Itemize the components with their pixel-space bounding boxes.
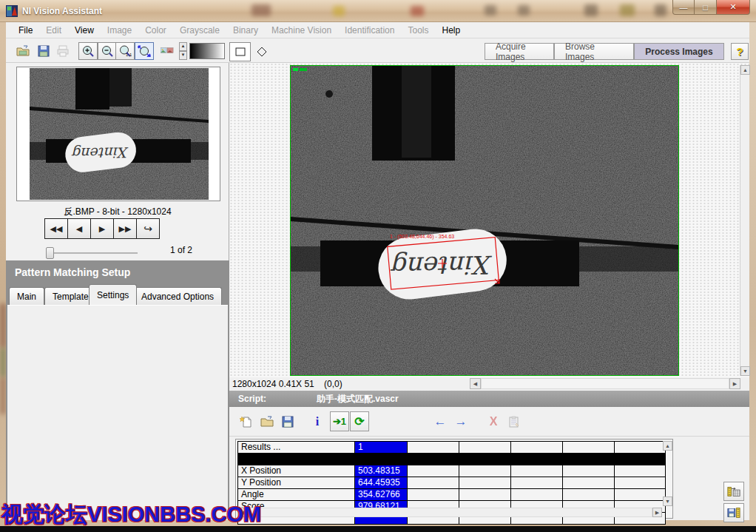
slider-thumb[interactable] (46, 247, 54, 259)
results-cell[interactable] (459, 465, 510, 477)
save-image-button[interactable] (34, 42, 53, 60)
step-forward-icon: → (455, 414, 468, 429)
tab-main[interactable]: Main (9, 287, 44, 305)
main-image-canvas[interactable]: Xinteng 1 - (503.48,644.46) - 354.63 (290, 65, 679, 376)
run-loop-icon: ⟳ (354, 414, 364, 428)
scroll-down-icon[interactable]: ▼ (663, 496, 672, 506)
thumbnail-image[interactable]: Xinteng (30, 68, 209, 200)
results-cell[interactable] (615, 442, 665, 453)
results-cell[interactable] (408, 489, 459, 500)
step-forward-button[interactable]: → (451, 411, 470, 431)
new-script-button[interactable] (237, 411, 256, 431)
save-script-button[interactable] (278, 411, 297, 431)
save-results-button[interactable] (723, 503, 744, 522)
scrollbar-track[interactable] (481, 378, 729, 389)
tab-advanced-options[interactable]: Advanced Options (133, 287, 222, 305)
results-header-label[interactable]: Results ... (238, 442, 354, 453)
results-cell[interactable] (459, 442, 510, 453)
results-horizontal-scrollbar[interactable]: ◀ ▶ (237, 508, 662, 517)
results-cell[interactable] (563, 442, 614, 453)
image-position-slider[interactable] (46, 247, 138, 259)
results-cell[interactable] (615, 489, 665, 500)
zoom-to-fit-button[interactable] (135, 42, 154, 60)
setup-title: Pattern Matching Setup (15, 266, 130, 278)
results-vertical-scrollbar[interactable]: ▲ ▼ (663, 441, 672, 506)
save-script-icon (281, 416, 294, 428)
image-display-buttons[interactable] (155, 42, 179, 60)
results-cell[interactable] (615, 465, 665, 477)
scroll-down-icon[interactable]: ▼ (740, 366, 750, 376)
send-results-to-table-button[interactable] (723, 482, 744, 501)
first-image-button[interactable]: ◀◀ (44, 218, 68, 239)
results-cell[interactable] (511, 465, 562, 477)
next-image-button[interactable]: ▶ (90, 218, 114, 239)
results-cell[interactable] (408, 477, 459, 488)
roi-diamond-tool[interactable] (251, 42, 272, 61)
acquire-images-button[interactable]: Acquire Images (485, 43, 554, 60)
zoom-to-fit-icon (138, 45, 151, 57)
results-cell[interactable] (511, 477, 562, 488)
title-bar: NI Vision Assistant — □ ✕ (0, 0, 756, 22)
help-button[interactable]: ? (731, 43, 749, 60)
scroll-left-icon[interactable]: ◀ (470, 378, 481, 389)
loop-images-button[interactable]: ↪ (136, 218, 160, 239)
result-row-value[interactable]: 354.62766 (355, 489, 407, 500)
run-once-button[interactable]: ➔1 (330, 411, 349, 431)
results-cell[interactable] (615, 477, 665, 488)
script-filename: 助手-模式匹配.vascr (317, 393, 399, 405)
print-image-button (53, 42, 72, 60)
tab-settings[interactable]: Settings (89, 284, 137, 305)
results-cell[interactable] (563, 477, 614, 488)
results-cell[interactable] (459, 477, 510, 488)
result-row-label[interactable]: X Position (238, 465, 354, 477)
zoom-1to1-button[interactable]: 1:1 (115, 42, 135, 60)
result-row-label[interactable]: Y Position (238, 477, 354, 488)
run-loop-button[interactable]: ⟳ (350, 411, 369, 431)
menu-help[interactable]: Help (436, 23, 468, 38)
display-spinner[interactable]: ▲▼ (179, 42, 187, 60)
window-title: NI Vision Assistant (22, 6, 102, 16)
results-cell[interactable] (408, 442, 459, 453)
maximize-button[interactable]: □ (695, 0, 716, 15)
roi-rectangle-tool[interactable] (229, 42, 251, 61)
open-script-button[interactable] (257, 411, 277, 431)
zoom-out-button[interactable] (98, 42, 117, 60)
zoom-in-button[interactable] (78, 42, 98, 60)
edit-step-button (504, 411, 524, 431)
scrollbar-track[interactable] (247, 508, 652, 517)
results-cell[interactable] (511, 442, 562, 453)
step-back-button[interactable]: ← (431, 411, 450, 431)
last-image-button[interactable]: ▶▶ (113, 218, 137, 239)
open-image-button[interactable] (13, 42, 33, 60)
process-images-button[interactable]: Process Images (634, 43, 724, 60)
results-cell[interactable] (563, 489, 614, 500)
results-header-value[interactable]: 1 (355, 442, 407, 453)
image-overlay-marks (293, 68, 307, 71)
result-row-value[interactable]: 503.48315 (355, 465, 407, 477)
prev-image-button[interactable]: ◀ (67, 218, 91, 239)
info-icon: i (316, 415, 319, 428)
minimize-button[interactable]: — (672, 0, 695, 15)
viewer-horizontal-scrollbar[interactable]: ◀ ▶ (470, 378, 740, 389)
script-toolbar: i ➔1 ⟳ ← → X (229, 407, 749, 437)
results-cell[interactable] (459, 489, 510, 500)
scroll-right-icon[interactable]: ▶ (652, 508, 662, 517)
scroll-up-icon[interactable]: ▲ (740, 65, 750, 75)
image-pair-icon (161, 45, 174, 57)
results-cell[interactable] (408, 465, 459, 477)
scroll-right-icon[interactable]: ▶ (729, 378, 740, 389)
close-button[interactable]: ✕ (716, 0, 750, 15)
results-cell[interactable] (563, 465, 614, 477)
menu-file[interactable]: File (12, 23, 39, 38)
result-row-label[interactable]: Angle (238, 489, 354, 500)
script-bar: Script: 助手-模式匹配.vascr (229, 391, 749, 407)
result-row-value[interactable]: 644.45935 (355, 477, 407, 488)
palette-gradient-strip[interactable] (189, 43, 225, 59)
results-cell[interactable] (511, 489, 562, 500)
image-status-text: 1280x1024 0.41X 51 (0,0) (232, 379, 342, 389)
browse-images-button[interactable]: Browse Images (554, 43, 634, 60)
menu-view[interactable]: View (68, 23, 101, 38)
viewer-vertical-scrollbar[interactable]: ▲ ▼ (740, 65, 749, 376)
step-info-button[interactable]: i (308, 411, 327, 431)
scroll-up-icon[interactable]: ▲ (663, 441, 672, 451)
